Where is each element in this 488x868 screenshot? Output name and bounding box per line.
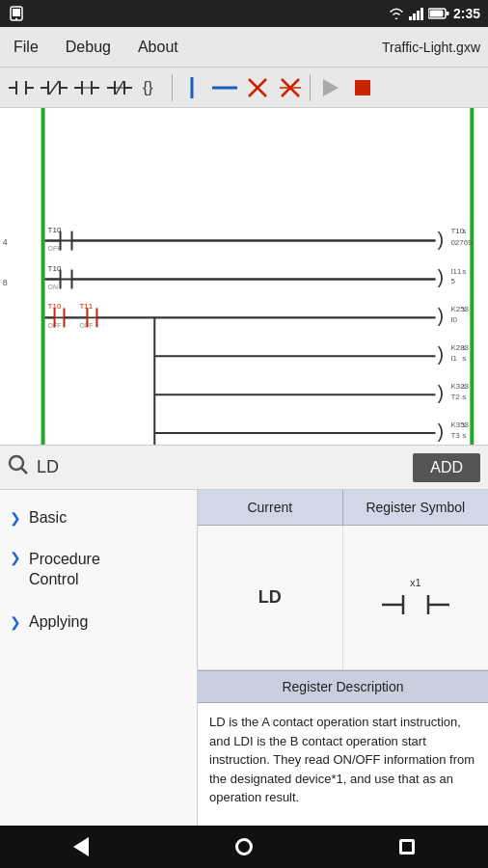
category-basic[interactable]: ❯ Basic — [0, 498, 197, 538]
svg-text:K323: K323 — [450, 382, 469, 391]
svg-text:s: s — [462, 382, 466, 391]
svg-rect-6 — [420, 8, 423, 20]
ld-symbol-display: x1 — [382, 577, 449, 619]
category-applying-label: Applying — [29, 613, 88, 631]
status-left — [8, 5, 25, 22]
svg-text:OFF: OFF — [48, 245, 62, 252]
svg-text:s: s — [462, 343, 466, 352]
vertical-line-button[interactable] — [176, 72, 207, 103]
svg-text:): ) — [437, 305, 444, 326]
play-button[interactable] — [314, 72, 345, 103]
svg-text:T3: T3 — [450, 431, 460, 440]
symbol-panel: Current Register Symbol LD x1 — [198, 490, 488, 866]
home-button[interactable] — [227, 829, 261, 864]
svg-rect-40 — [41, 108, 45, 445]
svg-text:s: s — [462, 267, 466, 276]
menu-file[interactable]: File — [8, 35, 44, 60]
svg-text:{}: {} — [143, 79, 153, 95]
svg-text:I11: I11 — [450, 267, 462, 276]
svg-rect-4 — [413, 14, 416, 20]
stop-button[interactable] — [347, 72, 378, 103]
np-contact-button[interactable] — [39, 72, 69, 103]
back-icon — [73, 837, 89, 856]
delete-x-button[interactable] — [242, 72, 273, 103]
svg-text:02769: 02769 — [450, 238, 473, 247]
svg-text:s: s — [462, 305, 466, 313]
back-button[interactable] — [64, 829, 98, 864]
symbol-row-ld: LD x1 — [198, 526, 488, 670]
svg-text:K253: K253 — [450, 305, 469, 313]
svg-text:T2: T2 — [450, 393, 460, 401]
nav-bar — [0, 826, 488, 868]
svg-text:K353: K353 — [450, 420, 469, 429]
category-procedure-control[interactable]: ❯ ProcedureControl — [0, 538, 197, 602]
col-register: Register Symbol — [343, 490, 489, 525]
search-bar: ADD — [0, 446, 488, 490]
current-value-label: LD — [258, 587, 282, 608]
svg-rect-8 — [429, 11, 443, 17]
recent-icon — [399, 839, 415, 854]
svg-point-133 — [10, 456, 23, 470]
svg-line-18 — [49, 81, 59, 95]
category-panel: ❯ Basic ❯ ProcedureControl ❯ Applying — [0, 490, 198, 866]
signal-icon — [409, 7, 424, 20]
col-current: Current — [198, 490, 343, 525]
svg-text:): ) — [437, 382, 444, 403]
svg-text:): ) — [437, 229, 444, 250]
delete-x2-button[interactable] — [275, 72, 306, 103]
svg-text:s: s — [462, 227, 466, 235]
category-applying[interactable]: ❯ Applying — [0, 602, 197, 642]
svg-rect-3 — [409, 16, 412, 20]
svg-text:8: 8 — [3, 278, 8, 287]
chevron-procedure-icon: ❯ — [10, 550, 21, 565]
register-description-header: Register Description — [198, 670, 488, 703]
svg-text:ON: ON — [48, 284, 58, 290]
time-display: 2:35 — [453, 6, 480, 21]
toolbar-divider1 — [172, 74, 173, 101]
category-basic-label: Basic — [29, 509, 67, 527]
svg-text:K283: K283 — [450, 343, 469, 352]
current-value-cell: LD — [198, 526, 343, 669]
toolbar-divider2 — [310, 74, 311, 101]
special-contact-button[interactable]: {} — [137, 72, 168, 103]
svg-text:5: 5 — [450, 277, 455, 285]
home-icon — [235, 838, 253, 855]
svg-text:s: s — [462, 393, 466, 401]
chevron-basic-icon: ❯ — [10, 510, 21, 526]
svg-rect-41 — [470, 108, 474, 445]
svg-text:): ) — [437, 343, 444, 365]
status-bar: 2:35 — [0, 0, 488, 27]
ld-x1-label: x1 — [410, 577, 421, 588]
add-button[interactable]: ADD — [413, 453, 480, 482]
svg-text:4: 4 — [3, 237, 8, 247]
recent-button[interactable] — [390, 829, 424, 864]
nc-contact-button[interactable] — [71, 72, 102, 103]
menu-about[interactable]: About — [132, 35, 184, 60]
svg-text:I0: I0 — [450, 315, 457, 324]
menu-title: Traffic-Light.gxw — [382, 40, 480, 55]
svg-rect-9 — [446, 12, 448, 15]
svg-text:I1: I1 — [450, 354, 457, 363]
ni-contact-button[interactable] — [104, 72, 135, 103]
ladder-diagram: 4 8 28 T10 OFF ) T10 s 02769 T10 ON ) I1… — [0, 108, 488, 446]
search-icon — [8, 454, 29, 480]
register-symbol-cell: x1 — [343, 526, 489, 669]
svg-text:): ) — [437, 420, 444, 442]
svg-rect-39 — [355, 80, 370, 95]
no-contact-button[interactable] — [6, 72, 37, 103]
bottom-panel: ❯ Basic ❯ ProcedureControl ❯ Applying Cu… — [0, 490, 488, 866]
toolbar: {} — [0, 68, 488, 108]
svg-rect-1 — [13, 9, 20, 16]
svg-line-134 — [21, 468, 27, 474]
svg-text:s: s — [462, 354, 466, 363]
svg-rect-5 — [417, 11, 420, 20]
svg-text:OFF: OFF — [79, 322, 93, 329]
chevron-applying-icon: ❯ — [10, 614, 21, 630]
horizontal-line-button[interactable] — [209, 72, 240, 103]
search-input[interactable] — [37, 457, 405, 477]
menu-bar: File Debug About Traffic-Light.gxw — [0, 27, 488, 68]
category-procedure-label: ProcedureControl — [29, 550, 100, 590]
battery-icon — [428, 8, 449, 19]
svg-text:s: s — [462, 420, 466, 429]
menu-debug[interactable]: Debug — [60, 35, 117, 60]
